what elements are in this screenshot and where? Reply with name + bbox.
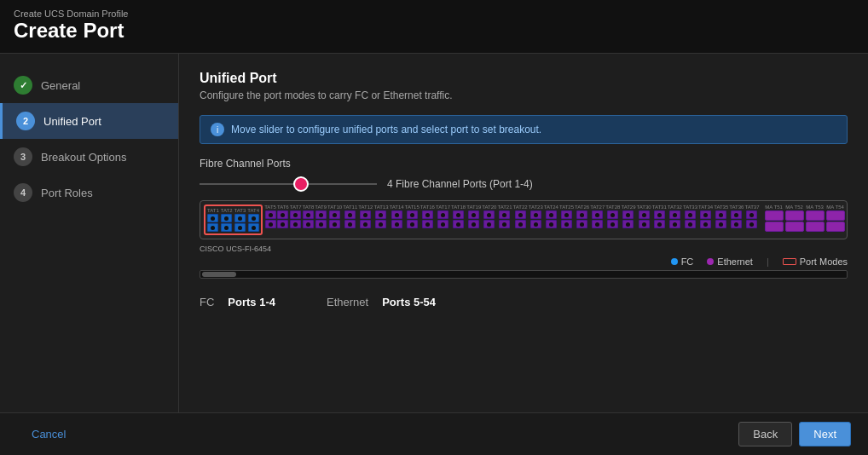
page-header: Create UCS Domain Profile Create Port [0, 0, 868, 54]
legend-dot-fc [671, 258, 678, 265]
eth-group-1: TAT5 TAT6 TAT7 [264, 204, 759, 235]
back-button[interactable]: Back [738, 422, 792, 446]
port-cell-1[interactable]: TAT1 [207, 208, 219, 232]
port-sq-1b [207, 223, 218, 232]
legend-divider: | [767, 256, 769, 267]
header-title: Create Port [14, 19, 854, 43]
sidebar-item-unified-port[interactable]: 2 Unified Port [0, 103, 178, 139]
legend-port-modes-label: Port Modes [800, 256, 848, 267]
slider-row: 4 Fibre Channel Ports (Port 1-4) [200, 176, 848, 192]
port-cell-21[interactable]: TAT21 [497, 204, 512, 235]
slider-thumb[interactable] [293, 176, 309, 192]
port-cell-29[interactable]: TAT29 [621, 204, 635, 235]
footer-right: Back Next [738, 422, 851, 446]
port-cell-13[interactable]: TAT13 [373, 204, 388, 235]
port-cell-7[interactable]: TAT7 [290, 204, 302, 235]
port-cell-8[interactable]: TAT8 [302, 204, 314, 235]
port-cell-30[interactable]: TAT30 [637, 204, 651, 235]
port-sq-1a [207, 214, 218, 222]
port-cell-16[interactable]: TAT16 [420, 204, 435, 235]
port-cell-28[interactable]: TAT28 [605, 204, 620, 235]
port-cell-35[interactable]: TAT35 [714, 204, 728, 235]
port-cell-33[interactable]: TAT33 [683, 204, 697, 235]
legend-row: FC Ethernet | Port Modes [200, 256, 848, 267]
port-cell-large-2[interactable]: MA T52 [785, 204, 804, 235]
port-cell-6[interactable]: TAT6 [277, 204, 289, 235]
port-cell-3[interactable]: TAT3 [234, 208, 246, 232]
port-cell-19[interactable]: TAT19 [466, 204, 481, 235]
port-cell-24[interactable]: TAT24 [544, 204, 558, 235]
port-cell-large-4[interactable]: MA T54 [826, 204, 845, 235]
port-sq-3a [234, 214, 246, 222]
port-cell-12[interactable]: TAT12 [358, 204, 373, 235]
port-sq-3b [234, 223, 246, 232]
port-sq-4b [248, 223, 259, 232]
port-cell-23[interactable]: TAT23 [529, 204, 543, 235]
port-cell-11[interactable]: TAT11 [343, 204, 357, 235]
port-cell-9[interactable]: TAT9 [315, 204, 327, 235]
port-cell-26[interactable]: TAT26 [575, 204, 589, 235]
section-title: Unified Port [200, 71, 848, 86]
port-cell-14[interactable]: TAT14 [390, 204, 404, 235]
fc-port-group: TAT1 TAT2 TAT3 [204, 204, 263, 235]
sidebar-item-breakout[interactable]: 3 Breakout Options [0, 139, 178, 175]
sidebar-item-port-roles[interactable]: 4 Port Roles [0, 175, 178, 210]
info-banner-text: Move slider to configure unified ports a… [231, 124, 541, 135]
port-cell-15[interactable]: TAT15 [405, 204, 420, 235]
scrollbar-thumb[interactable] [202, 272, 236, 277]
sidebar-label-port-roles: Port Roles [41, 187, 93, 199]
port-cell-31[interactable]: TAT31 [652, 204, 667, 235]
cancel-button[interactable]: Cancel [17, 422, 80, 446]
port-cell-5[interactable]: TAT5 [264, 204, 276, 235]
step-circle-4: 4 [14, 183, 32, 202]
sidebar-label-general: General [41, 79, 80, 92]
legend-fc-label: FC [681, 256, 694, 267]
section-desc: Configure the port modes to carry FC or … [200, 89, 848, 101]
port-cell-37[interactable]: TAT37 [744, 204, 759, 235]
footer-left: Cancel [17, 422, 80, 446]
port-cell-22[interactable]: TAT22 [513, 204, 528, 235]
port-cell-34[interactable]: TAT34 [698, 204, 713, 235]
port-pair-4 [248, 214, 259, 232]
port-label-3: TAT3 [234, 208, 246, 213]
legend-dot-ethernet [707, 258, 714, 265]
slider-line-right [309, 183, 377, 185]
port-cell-10[interactable]: TAT10 [327, 204, 342, 235]
port-pair-1 [207, 214, 218, 232]
slider-value-label: 4 Fibre Channel Ports (Port 1-4) [387, 178, 533, 190]
slider-container [200, 176, 377, 192]
next-button[interactable]: Next [799, 422, 851, 446]
legend-fc: FC [671, 256, 694, 267]
legend-rect-port-modes [783, 258, 796, 265]
port-cell-4[interactable]: TAT4 [247, 208, 259, 232]
slider-line-left [200, 183, 293, 185]
port-cell-25[interactable]: TAT25 [559, 204, 574, 235]
port-cell-32[interactable]: TAT32 [668, 204, 682, 235]
step-circle-3: 3 [14, 147, 32, 166]
port-label-4: TAT4 [247, 208, 259, 213]
port-cell-large-1[interactable]: MA T51 [765, 204, 784, 235]
info-banner: i Move slider to configure unified ports… [200, 115, 848, 144]
port-sq-4a [248, 214, 259, 222]
port-cell-36[interactable]: TAT36 [729, 204, 744, 235]
legend-ethernet-label: Ethernet [717, 256, 753, 267]
port-cell-2[interactable]: TAT2 [221, 208, 233, 232]
fc-summary: FC Ports 1-4 [200, 296, 275, 308]
port-cell-18[interactable]: TAT18 [451, 204, 466, 235]
port-label-2: TAT2 [221, 208, 233, 213]
sidebar-label-unified-port: Unified Port [43, 115, 101, 128]
step-circle-2: 2 [16, 112, 35, 130]
horizontal-scrollbar[interactable] [200, 270, 848, 279]
chassis-label: CISCO UCS-FI-6454 [200, 245, 848, 253]
header-subtitle: Create UCS Domain Profile [14, 9, 854, 19]
ports-board: TAT1 TAT2 TAT3 [200, 200, 848, 239]
port-label-1: TAT1 [207, 208, 219, 213]
content-area: Unified Port Configure the port modes to… [179, 54, 868, 455]
port-cell-20[interactable]: TAT20 [482, 204, 496, 235]
port-cell-large-3[interactable]: MA T53 [806, 204, 825, 235]
port-cell-27[interactable]: TAT27 [590, 204, 605, 235]
port-cell-17[interactable]: TAT17 [436, 204, 450, 235]
info-icon: i [211, 123, 224, 136]
sidebar-item-general[interactable]: ✓ General [0, 67, 178, 103]
fc-summary-label: FC [200, 296, 214, 308]
